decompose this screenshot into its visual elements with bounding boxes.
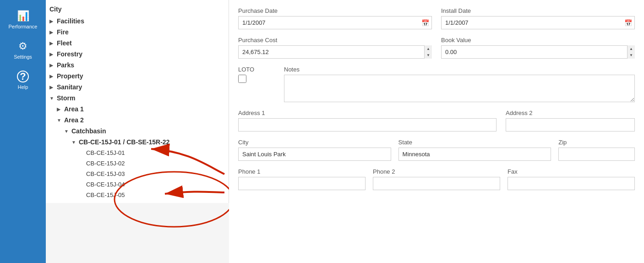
- notes-textarea[interactable]: [284, 75, 635, 102]
- tree-label-facilities: Facilities: [57, 17, 84, 25]
- purchase-cost-input[interactable]: [238, 45, 432, 59]
- tree-label-sanitary: Sanitary: [57, 83, 82, 91]
- tree-label-cb-01: CB-CE-15J-01: [86, 149, 125, 156]
- tree-item-forestry[interactable]: Forestry: [46, 49, 229, 60]
- tree-item-parks[interactable]: Parks: [46, 60, 229, 71]
- help-icon: ?: [17, 71, 29, 82]
- zip-group: Zip: [558, 139, 635, 161]
- state-label: State: [398, 139, 551, 146]
- tree-item-area1[interactable]: Area 1: [46, 104, 229, 115]
- tree-label-fire: Fire: [57, 28, 69, 36]
- phone-row: Phone 1 Phone 2 Fax: [238, 168, 635, 190]
- book-spin-up-button[interactable]: ▲: [628, 45, 635, 52]
- arrow-area2: [57, 118, 64, 123]
- tree-item-cb-ce-group[interactable]: CB-CE-15J-01 / CB-SE-15R-22: [46, 137, 229, 148]
- tree-label-cb-02: CB-CE-15J-02: [86, 160, 125, 167]
- main-form: Purchase Date 📅 Install Date 📅 Purchase …: [229, 0, 644, 263]
- book-spin-down-button[interactable]: ▼: [628, 52, 635, 59]
- address2-input[interactable]: [506, 118, 635, 132]
- zip-input[interactable]: [558, 148, 635, 161]
- loto-checkbox[interactable]: [238, 75, 246, 83]
- book-value-spinner: ▲ ▼: [627, 45, 635, 59]
- purchase-date-group: Purchase Date 📅: [238, 7, 432, 29]
- tree-item-area2[interactable]: Area 2: [46, 115, 229, 126]
- city-group: City: [238, 139, 391, 161]
- purchase-date-wrapper: 📅: [238, 16, 432, 29]
- install-date-input[interactable]: [441, 16, 635, 29]
- tree-label-forestry: Forestry: [57, 50, 82, 58]
- book-value-label: Book Value: [441, 37, 635, 44]
- sidebar-item-performance-label: Performance: [9, 24, 38, 29]
- arrow-storm: [49, 96, 57, 101]
- tree-item-cb-05[interactable]: CB-CE-15J-05: [46, 190, 229, 200]
- fax-group: Fax: [508, 168, 635, 190]
- tree-item-fire[interactable]: Fire: [46, 27, 229, 38]
- arrow-property: [49, 74, 57, 79]
- tree-item-fleet[interactable]: Fleet: [46, 38, 229, 49]
- costs-row: Purchase Cost ▲ ▼ Book Value ▲ ▼: [238, 37, 635, 59]
- purchase-date-label: Purchase Date: [238, 7, 432, 14]
- tree-item-catchbasin[interactable]: Catchbasin: [46, 126, 229, 137]
- address-row: Address 1 Address 2: [238, 110, 635, 132]
- install-date-wrapper: 📅: [441, 16, 635, 29]
- tree-item-storm[interactable]: Storm: [46, 93, 229, 104]
- city-input[interactable]: [238, 148, 391, 161]
- notes-group: Notes: [284, 66, 635, 102]
- tree-item-cb-02[interactable]: CB-CE-15J-02: [46, 158, 229, 169]
- install-calendar-icon[interactable]: 📅: [624, 19, 632, 27]
- tree-item-cb-01[interactable]: CB-CE-15J-01: [46, 148, 229, 158]
- phone1-input[interactable]: [238, 177, 366, 190]
- tree-label-cb-ce-group: CB-CE-15J-01 / CB-SE-15R-22: [79, 138, 169, 146]
- arrow-sanitary: [49, 85, 57, 90]
- fax-input[interactable]: [508, 177, 635, 190]
- spin-down-button[interactable]: ▼: [425, 52, 432, 59]
- arrow-fleet: [49, 41, 57, 46]
- loto-notes-row: LOTO Notes: [238, 66, 635, 102]
- tree-item-cb-04[interactable]: CB-CE-15J-04: [46, 179, 229, 190]
- install-date-group: Install Date 📅: [441, 7, 635, 29]
- phone1-group: Phone 1: [238, 168, 366, 190]
- address1-label: Address 1: [238, 110, 497, 116]
- tree-label-area2: Area 2: [64, 116, 84, 124]
- arrow-area1: [57, 107, 64, 112]
- address2-label: Address 2: [506, 110, 635, 116]
- tree-item-facilities[interactable]: Facilities: [46, 16, 229, 27]
- address2-group: Address 2: [506, 110, 635, 132]
- purchase-cost-wrapper: ▲ ▼: [238, 45, 432, 59]
- tree-item-sanitary[interactable]: Sanitary: [46, 82, 229, 93]
- arrow-parks: [49, 63, 57, 68]
- arrow-catchbasin: [64, 129, 71, 134]
- tree-panel-wrapper: City Facilities Fire Fleet Forestry Park…: [46, 0, 229, 263]
- fax-label: Fax: [508, 168, 635, 175]
- loto-checkbox-wrapper: [238, 75, 275, 83]
- loto-group: LOTO: [238, 66, 275, 83]
- book-value-input[interactable]: [441, 45, 635, 59]
- city-state-zip-row: City State Zip: [238, 139, 635, 161]
- purchase-date-input[interactable]: [238, 16, 432, 29]
- spin-up-button[interactable]: ▲: [425, 45, 432, 52]
- state-group: State: [398, 139, 551, 161]
- tree-item-property[interactable]: Property: [46, 71, 229, 82]
- phone2-group: Phone 2: [373, 168, 500, 190]
- sidebar-item-help[interactable]: ? Help: [0, 65, 46, 95]
- purchase-cost-spinner: ▲ ▼: [424, 45, 432, 59]
- purchase-cost-group: Purchase Cost ▲ ▼: [238, 37, 432, 59]
- address1-input[interactable]: [238, 118, 497, 132]
- performance-icon: 📊: [17, 10, 29, 22]
- sidebar: 📊 Performance ⚙ Settings ? Help: [0, 0, 46, 263]
- zip-label: Zip: [558, 139, 635, 146]
- sidebar-item-settings[interactable]: ⚙ Settings: [0, 35, 46, 65]
- state-input[interactable]: [398, 148, 551, 161]
- tree-label-storm: Storm: [57, 94, 75, 102]
- tree-label-property: Property: [57, 72, 83, 80]
- phone2-label: Phone 2: [373, 168, 500, 175]
- calendar-icon[interactable]: 📅: [421, 19, 429, 27]
- arrow-fire: [49, 30, 57, 35]
- tree-label-cb-04: CB-CE-15J-04: [86, 181, 125, 188]
- arrow-facilities: [49, 19, 57, 24]
- phone2-input[interactable]: [373, 177, 500, 190]
- install-date-label: Install Date: [441, 7, 635, 14]
- sidebar-item-performance[interactable]: 📊 Performance: [0, 5, 46, 35]
- tree-item-cb-03[interactable]: CB-CE-15J-03: [46, 169, 229, 179]
- sidebar-item-help-label: Help: [18, 84, 28, 90]
